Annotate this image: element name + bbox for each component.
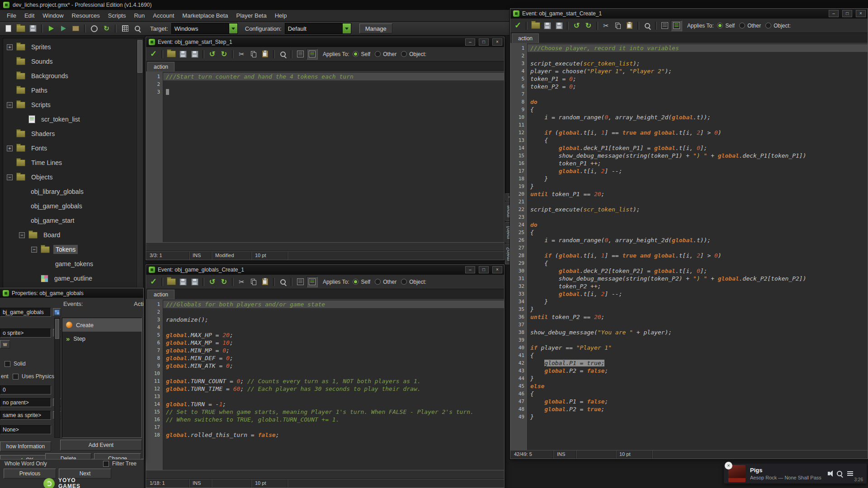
close-button[interactable]: ×: [856, 10, 866, 17]
speaker-icon[interactable]: [828, 472, 830, 475]
find-button[interactable]: [277, 49, 288, 60]
parent-select[interactable]: no parent>: [0, 398, 51, 407]
maximize-button[interactable]: □: [842, 10, 852, 17]
save-code-button[interactable]: [177, 49, 189, 60]
code-line[interactable]: if player == "Player 1": [528, 344, 868, 352]
radio-self[interactable]: Self: [353, 51, 370, 57]
tree-item-game_tokens[interactable]: game_tokens: [3, 257, 137, 271]
tree-item-tokens[interactable]: −Tokens: [3, 242, 137, 257]
code-line[interactable]: global.MAX_HP = 20;: [163, 331, 504, 339]
code-line[interactable]: }: [528, 305, 868, 313]
menu-help[interactable]: Help: [271, 11, 291, 20]
code-line[interactable]: global.deck_P2[token_P2] = global.t[i, 0…: [528, 267, 868, 275]
code-line[interactable]: {: [528, 229, 868, 236]
show-information-button[interactable]: how Information: [0, 441, 51, 451]
code-line[interactable]: global.deck_P1[token_P1] = global.t[i, 0…: [528, 144, 868, 152]
menu-run[interactable]: Run: [130, 11, 149, 20]
media-notification[interactable]: × Pigs Aesop Rock — None Shall Pass 3:26: [724, 464, 867, 483]
uses-physics-checkbox[interactable]: [13, 374, 19, 380]
code-line[interactable]: global.MIN_MP = 0;: [163, 347, 504, 354]
code-line[interactable]: [528, 213, 868, 221]
code-view-toggle[interactable]: [659, 20, 670, 31]
event-item-step[interactable]: Step: [62, 332, 142, 345]
code-editor[interactable]: 123 ///Start turn counter and hand the 4…: [146, 72, 504, 242]
find-button[interactable]: [642, 20, 653, 31]
collapse-icon[interactable]: −: [7, 102, 13, 108]
undo-button[interactable]: [207, 49, 218, 60]
window-titlebar[interactable]: Properties: obj_game_globals: [0, 288, 143, 298]
print-code-button[interactable]: [189, 277, 200, 287]
code-line[interactable]: global.P2 = true;: [528, 405, 868, 413]
apply-check-button[interactable]: [512, 20, 524, 31]
code-line[interactable]: do: [528, 98, 868, 106]
save-project-button[interactable]: [27, 23, 38, 34]
line-numbers-toggle[interactable]: [307, 277, 318, 287]
code-line[interactable]: [528, 52, 868, 60]
search-button[interactable]: [132, 23, 143, 34]
minimize-button[interactable]: –: [465, 38, 475, 46]
code-lines[interactable]: ///Choose player, record it into variabl…: [528, 43, 868, 450]
tree-item-shaders[interactable]: Shaders: [3, 127, 137, 141]
code-view-toggle[interactable]: [295, 277, 306, 287]
code-editor[interactable]: 123456789101112131415161718 ///Globals f…: [146, 300, 504, 470]
menu-marketplace-beta[interactable]: Marketplace Beta: [178, 11, 232, 20]
print-code-button[interactable]: [189, 49, 200, 60]
search-icon[interactable]: [837, 471, 842, 476]
code-line[interactable]: [163, 370, 504, 377]
code-line[interactable]: [528, 90, 868, 98]
manage-button[interactable]: Manage: [359, 23, 392, 33]
run-button[interactable]: [46, 23, 57, 34]
save-code-button[interactable]: [177, 277, 189, 287]
code-line[interactable]: }: [528, 413, 868, 421]
code-line[interactable]: }: [528, 375, 868, 382]
tree-item-obj_library_globals[interactable]: obj_library_globals: [3, 184, 137, 199]
code-line[interactable]: [528, 198, 868, 206]
code-line[interactable]: [163, 393, 504, 400]
code-line[interactable]: player = choose("Player 1", "Player 2");: [528, 67, 868, 75]
line-numbers-toggle[interactable]: [307, 49, 318, 60]
object-name-button[interactable]: [53, 308, 61, 316]
create-executable-button[interactable]: [70, 23, 81, 34]
window-titlebar[interactable]: Event: obj_game_start_Step_1 – □ ×: [146, 37, 504, 47]
menu-window[interactable]: Window: [38, 11, 67, 20]
save-code-button[interactable]: [542, 20, 553, 31]
radio-object[interactable]: Object:: [401, 279, 426, 285]
code-line[interactable]: token_P2 ++;: [528, 282, 868, 290]
code-line[interactable]: token_P1 = 0;: [528, 75, 868, 83]
apply-check-button[interactable]: [148, 49, 159, 60]
mask-select[interactable]: same as sprite>: [0, 411, 51, 420]
code-lines[interactable]: ///Globals for both players and/or game …: [163, 300, 504, 470]
code-line[interactable]: show_debug_message(string(token_P1) + ")…: [528, 152, 868, 160]
playlist-icon[interactable]: [847, 471, 853, 476]
previous-button[interactable]: Previous: [4, 469, 56, 479]
target-select[interactable]: Windows: [171, 23, 238, 34]
line-numbers-toggle[interactable]: [671, 20, 682, 31]
code-line[interactable]: }: [528, 183, 868, 190]
radio-object[interactable]: Object:: [765, 23, 791, 29]
paste-button[interactable]: [259, 49, 271, 60]
code-line[interactable]: global.MIN_ATK = 0;: [163, 362, 504, 370]
run-debug-button[interactable]: [58, 23, 69, 34]
object-name-field[interactable]: bj_game_globals: [0, 308, 51, 317]
filter-tree-checkbox[interactable]: [103, 461, 109, 467]
code-line[interactable]: until token_P1 == 20;: [528, 190, 868, 198]
find-button[interactable]: [277, 277, 288, 287]
event-item-create[interactable]: Create: [62, 318, 142, 332]
code-lines[interactable]: ///Start turn counter and hand the 4 tok…: [163, 72, 504, 242]
code-editor[interactable]: 1234567891011121314151617181920212223242…: [510, 43, 868, 450]
code-line[interactable]: {: [528, 136, 868, 144]
menu-account[interactable]: Account: [149, 11, 178, 20]
code-line[interactable]: [163, 88, 504, 96]
collapse-icon[interactable]: −: [19, 232, 25, 238]
maximize-button[interactable]: □: [479, 266, 489, 273]
tree-scrollbar[interactable]: [137, 39, 143, 287]
code-line[interactable]: [528, 336, 868, 344]
code-line[interactable]: [163, 80, 504, 88]
code-line[interactable]: global.P2 = false;: [528, 367, 868, 375]
code-line[interactable]: i = random_range(0, array_height_2d(glob…: [528, 236, 868, 244]
tree-item-fonts[interactable]: +Fonts: [3, 141, 137, 155]
load-code-button[interactable]: [165, 49, 177, 60]
paste-button[interactable]: [624, 20, 635, 31]
code-line[interactable]: show_debug_message("You are " + player);: [528, 328, 868, 336]
code-line[interactable]: [163, 324, 504, 331]
